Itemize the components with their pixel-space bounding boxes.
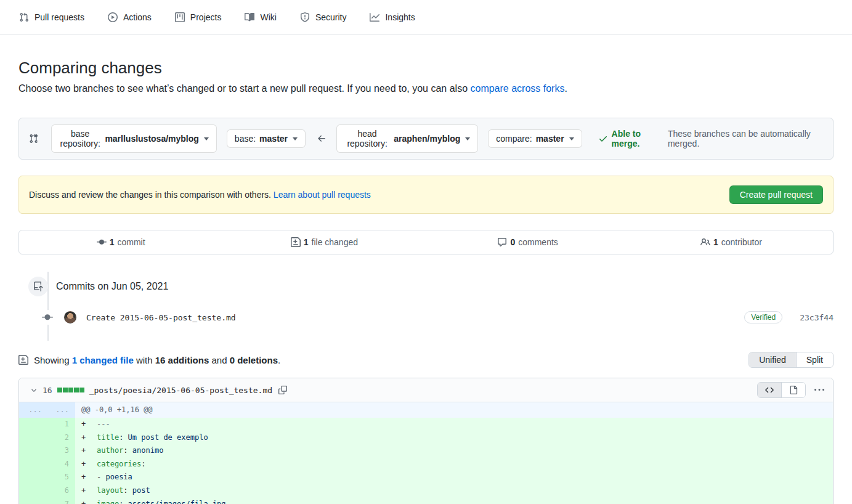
add-prefix: + (81, 458, 97, 471)
nav-tab-label: Insights (385, 12, 415, 22)
nav-tab-insights[interactable]: Insights (364, 7, 420, 27)
diffstat-block-added (74, 388, 79, 392)
subtitle-period: . (564, 83, 567, 94)
source-view-button[interactable] (758, 383, 781, 397)
rendered-view-button[interactable] (781, 383, 805, 397)
create-pull-request-button[interactable]: Create pull request (729, 185, 823, 204)
line-number-old[interactable] (19, 471, 48, 484)
file-diff-icon (18, 355, 28, 365)
showing-text: Showing (34, 355, 72, 365)
diff-added-line: 4+categories: (19, 458, 833, 471)
page-subtitle: Choose two branches to see what’s change… (18, 83, 834, 94)
line-number-new[interactable]: 2 (48, 431, 75, 445)
stat-file-changed[interactable]: 1file changed (222, 237, 426, 247)
stat-label: file changed (312, 237, 359, 247)
nav-tab-projects[interactable]: Projects (169, 7, 227, 27)
page-title: Comparing changes (18, 59, 834, 78)
commit-row: Create 2015-06-05-post_teste.md Verified… (18, 310, 834, 325)
git-pull-request-icon (19, 12, 29, 22)
nav-tab-label: Projects (190, 12, 222, 22)
commit-icon (97, 237, 107, 247)
chevron-down-icon[interactable] (30, 386, 38, 394)
commit-message-link[interactable]: Create 2015-06-05-post_teste.md (86, 313, 236, 322)
diff-file-header: 16 _posts/poesia/2015-06-05-post_teste.m… (19, 378, 833, 402)
deletions-count: 0 deletions (230, 355, 278, 365)
kebab-icon (814, 385, 824, 395)
graph-icon (370, 12, 379, 22)
compare-across-forks-link[interactable]: compare across forks (470, 83, 564, 94)
banner-text: Discuss and review the changes in this c… (29, 190, 371, 200)
additions-count: 16 additions (155, 355, 209, 365)
learn-about-pull-requests-link[interactable]: Learn about pull requests (274, 190, 371, 200)
hunk-gutter-old: ... (19, 402, 48, 418)
diff-filename-link[interactable]: _posts/poesia/2015-06-05-post_teste.md (89, 386, 272, 395)
file-options-kebab-button[interactable] (812, 383, 827, 397)
line-number-old[interactable] (19, 498, 48, 504)
head-repository-dropdown[interactable]: head repository: araphen/myblog (336, 124, 478, 153)
line-number-new[interactable]: 6 (48, 484, 75, 498)
comment-icon (497, 237, 507, 247)
line-number-old[interactable] (19, 418, 48, 431)
code-icon (765, 386, 774, 394)
stat-commit[interactable]: 1commit (19, 237, 222, 247)
hunk-gutter-new: ... (48, 402, 75, 418)
stat-value: 1 (713, 237, 718, 247)
git-compare-icon (29, 134, 39, 144)
stat-comments[interactable]: 0comments (426, 237, 630, 247)
stat-value: 1 (304, 237, 309, 247)
line-number-old[interactable] (19, 458, 48, 471)
add-prefix: + (81, 444, 97, 458)
diffstat-block-added (63, 388, 68, 392)
nav-tab-actions[interactable]: Actions (102, 7, 157, 27)
view-toggle-split[interactable]: Split (796, 352, 833, 367)
commit-sha-link[interactable]: 23c3f44 (800, 313, 834, 322)
line-number-old[interactable] (19, 484, 48, 498)
line-content: +title: Um post de exemplo (75, 431, 833, 445)
base-branch-dropdown[interactable]: base: master (227, 129, 306, 148)
nav-tab-pull-requests[interactable]: Pull requests (14, 7, 90, 27)
file-diff-icon (291, 237, 301, 247)
view-toggle-unified[interactable]: Unified (749, 352, 796, 367)
nav-tab-security[interactable]: Security (294, 7, 352, 27)
line-number-old[interactable] (19, 444, 48, 458)
nav-tab-wiki[interactable]: Wiki (239, 7, 282, 27)
line-number-new[interactable]: 5 (48, 471, 75, 484)
commits-group-header: Commits on Jun 05, 2021 (18, 277, 834, 296)
copy-path-button[interactable] (278, 386, 287, 394)
book-icon (245, 12, 254, 22)
compare-branch-dropdown[interactable]: compare: master (488, 129, 582, 148)
branch-compare-bar: base repository: marlluslustosa/myblog b… (18, 118, 834, 160)
nav-tab-label: Wiki (260, 12, 276, 22)
line-number-old[interactable] (19, 431, 48, 445)
line-content: +author: anonimo (75, 444, 833, 458)
stat-label: contributor (721, 237, 762, 247)
line-content: +categories: (75, 458, 833, 471)
caret-down-icon (293, 137, 298, 140)
line-number-new[interactable]: 4 (48, 458, 75, 471)
play-icon (108, 12, 118, 22)
stat-label: commit (117, 237, 145, 247)
line-content: +- poesia (75, 471, 833, 484)
add-prefix: + (81, 471, 97, 484)
diffstat-block-added (79, 388, 84, 392)
base-repository-dropdown[interactable]: base repository: marlluslustosa/myblog (51, 124, 217, 153)
line-number-new[interactable]: 7 (48, 498, 75, 504)
verified-badge[interactable]: Verified (744, 311, 782, 323)
changed-files-link[interactable]: 1 changed file (72, 355, 134, 365)
diff-view-toggle: UnifiedSplit (749, 352, 834, 368)
people-icon (700, 237, 710, 247)
and-text: and (209, 355, 229, 365)
commits-date-heading: Commits on Jun 05, 2021 (56, 281, 168, 292)
source-rendered-toggle (757, 382, 806, 398)
line-number-new[interactable]: 3 (48, 444, 75, 458)
head-repository-label: head repository: (344, 129, 390, 148)
avatar[interactable] (64, 311, 76, 323)
compare-stats-bar: 1commit1file changed0comments1contributo… (18, 230, 834, 254)
copy-icon (278, 386, 287, 394)
diff-added-line: 5+- poesia (19, 471, 833, 484)
add-prefix: + (81, 431, 97, 445)
arrow-left-icon (317, 134, 327, 144)
line-number-new[interactable]: 1 (48, 418, 75, 431)
diff-added-line: 3+author: anonimo (19, 444, 833, 458)
stat-contributor[interactable]: 1contributor (630, 237, 833, 247)
